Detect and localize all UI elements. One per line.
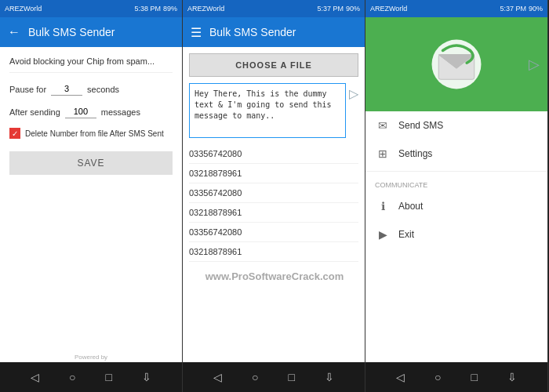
carrier-label-1: AREZWorld	[5, 5, 42, 13]
send-sms-icon: ✉	[375, 119, 391, 132]
message-textarea[interactable]	[189, 83, 346, 138]
nav-bar-2: ◁ ○ □ ⇩	[183, 362, 365, 392]
home-nav-icon-2[interactable]: ○	[252, 371, 258, 383]
about-icon: ℹ	[375, 200, 391, 212]
menu-nav-icon-1[interactable]: ⇩	[142, 371, 151, 383]
menu-nav-icon-3[interactable]: ⇩	[507, 371, 517, 383]
battery-label-1: 89%	[163, 5, 177, 13]
status-bar-3: AREZWorld 5:37 PM 90%	[365, 0, 547, 17]
home-nav-icon-1[interactable]: ○	[69, 371, 75, 383]
drawer-item-exit[interactable]: ▶ Exit	[365, 220, 547, 249]
app-logo	[429, 37, 484, 92]
back-nav-icon-3[interactable]: ◁	[396, 371, 405, 383]
app-bar-1: ← Bulk SMS Sender	[0, 17, 182, 47]
message-box-container: ▷	[189, 83, 358, 138]
exit-label: Exit	[398, 229, 414, 240]
menu-icon-2[interactable]: ☰	[191, 25, 202, 40]
menu-nav-icon-2[interactable]: ⇩	[325, 371, 334, 383]
settings-icon: ⊞	[375, 147, 391, 160]
phone-number-item: 03218878961	[189, 164, 358, 183]
about-label: About	[398, 201, 423, 212]
checkbox-icon[interactable]: ✓	[9, 128, 20, 139]
status-bar-right-2: 5:37 PM 90%	[317, 5, 360, 13]
recent-nav-icon-1[interactable]: □	[106, 371, 112, 383]
status-bar-1: AREZWorld 5:38 PM 89%	[0, 0, 182, 17]
messages-label: messages	[101, 107, 140, 117]
settings-label: Settings	[398, 148, 432, 159]
phone-number-item: 03356742080	[189, 183, 358, 203]
settings-content: Avoid blocking your Chip from spam... Pa…	[0, 47, 182, 362]
battery-label-2: 90%	[346, 5, 360, 13]
home-nav-icon-3[interactable]: ○	[434, 371, 441, 383]
sms-content: CHOOSE A FILE ▷ 03356742080 03218878961 …	[183, 47, 365, 362]
spam-warning-text: Avoid blocking your Chip from spam...	[9, 56, 173, 73]
drawer-menu: ✉ Send SMS ⊞ Settings Communicate ℹ Abou…	[365, 111, 547, 362]
status-bar-left-3: AREZWorld	[370, 5, 407, 13]
checkbox-row[interactable]: ✓ Delete Number from file After SMS Sent	[9, 128, 173, 139]
phone-panel-sms: AREZWorld 5:37 PM 90% ☰ Bulk SMS Sender …	[183, 0, 365, 392]
drawer-item-send-sms[interactable]: ✉ Send SMS	[365, 111, 547, 140]
checkbox-label: Delete Number from file After SMS Sent	[25, 129, 164, 138]
save-button[interactable]: SAVE	[9, 151, 173, 175]
phone-number-item: 03218878961	[189, 203, 358, 223]
communicate-section-label: Communicate	[365, 175, 547, 192]
choose-file-button[interactable]: CHOOSE A FILE	[189, 53, 358, 77]
after-sending-label: After sending	[9, 107, 60, 117]
nav-bar-1: ◁ ○ □ ⇩	[0, 362, 182, 392]
pause-input[interactable]	[51, 82, 82, 96]
pause-row: Pause for seconds	[9, 82, 173, 96]
time-label-1: 5:38 PM	[134, 5, 161, 13]
recent-nav-icon-2[interactable]: □	[289, 371, 295, 383]
drawer-header: ▷	[365, 17, 547, 111]
drawer-divider	[365, 171, 547, 172]
status-bar-left-2: AREZWorld	[187, 5, 224, 13]
drawer-item-settings[interactable]: ⊞ Settings	[365, 140, 547, 168]
status-bar-right-3: 5:37 PM 90%	[500, 5, 543, 13]
drawer-send-arrow-icon[interactable]: ▷	[529, 56, 540, 73]
send-arrow-icon[interactable]: ▷	[349, 86, 358, 101]
status-bar-left-1: AREZWorld	[5, 5, 42, 13]
drawer-item-about[interactable]: ℹ About	[365, 192, 547, 220]
phone-number-item: 03356742080	[189, 144, 358, 164]
app-title-2: Bulk SMS Sender	[209, 26, 357, 38]
phone-panel-drawer: AREZWorld 5:37 PM 90% ▷ ✉ Send SMS ⊞	[365, 0, 548, 392]
phone-number-item: 03218878961	[189, 242, 358, 262]
exit-icon: ▶	[375, 228, 391, 241]
pause-label: Pause for	[9, 85, 46, 94]
app-title-1: Bulk SMS Sender	[28, 26, 174, 38]
send-sms-label: Send SMS	[398, 120, 443, 131]
carrier-label-2: AREZWorld	[187, 5, 224, 13]
time-label-2: 5:37 PM	[317, 5, 344, 13]
seconds-label: seconds	[87, 85, 119, 94]
time-label-3: 5:37 PM	[500, 5, 526, 13]
back-icon-1[interactable]: ←	[8, 25, 20, 39]
status-bar-right-1: 5:38 PM 89%	[134, 5, 177, 13]
app-bar-2: ☰ Bulk SMS Sender	[183, 17, 365, 47]
status-bar-2: AREZWorld 5:37 PM 90%	[183, 0, 365, 17]
messages-input[interactable]	[65, 105, 96, 118]
phone-number-item: 03356742080	[189, 223, 358, 242]
battery-label-3: 90%	[529, 5, 543, 13]
recent-nav-icon-3[interactable]: □	[471, 371, 478, 383]
back-nav-icon-1[interactable]: ◁	[31, 371, 39, 383]
carrier-label-3: AREZWorld	[370, 5, 407, 13]
nav-bar-3: ◁ ○ □ ⇩	[365, 362, 547, 392]
phone-numbers-list: 03356742080 03218878961 03356742080 0321…	[189, 144, 358, 262]
back-nav-icon-2[interactable]: ◁	[213, 371, 222, 383]
phone-panel-settings: AREZWorld 5:38 PM 89% ← Bulk SMS Sender …	[0, 0, 183, 392]
after-sending-row: After sending messages	[9, 105, 173, 118]
powered-by-text: Powered by	[0, 354, 182, 361]
